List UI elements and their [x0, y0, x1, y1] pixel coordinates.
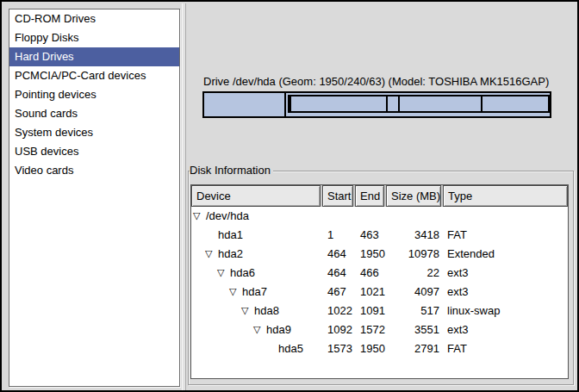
tree-indent [191, 254, 205, 255]
partition-segment-hda1 [204, 93, 286, 116]
device-cell: ▽ hda9 [191, 320, 322, 339]
start-cell: 467 [322, 283, 355, 302]
sidebar-item-label: Pointing devices [15, 88, 96, 101]
tree-indent [191, 311, 241, 312]
tree-indent [191, 330, 253, 331]
device-name: hda1 [217, 226, 243, 245]
partition-segment-hda7 [291, 96, 387, 111]
tree-indent [191, 349, 265, 350]
end-cell: 1572 [355, 320, 386, 339]
device-name: hda7 [241, 283, 267, 302]
sidebar-item-label: Hard Drives [15, 50, 74, 63]
type-cell: ext3 [443, 264, 568, 283]
end-cell [355, 207, 386, 226]
table-row-hda7[interactable]: ▽ hda7 467 1021 4097 ext3 [191, 283, 568, 302]
sidebar-item-system-devices[interactable]: System devices [9, 123, 179, 142]
partition-segment-hda2 [288, 95, 550, 113]
expander-icon[interactable]: ▽ [217, 264, 229, 283]
sidebar-item-floppy-disks[interactable]: Floppy Disks [9, 28, 179, 47]
size-cell: 3551 [386, 320, 443, 339]
end-cell: 1091 [355, 302, 386, 320]
start-cell: 464 [322, 245, 355, 264]
sidebar-item-pointing-devices[interactable]: Pointing devices [9, 85, 179, 104]
size-cell: 10978 [386, 245, 443, 264]
pane-divider[interactable] [182, 3, 186, 392]
device-cell: ▽ hda2 [191, 245, 322, 264]
table-row-hda9[interactable]: ▽ hda9 1092 1572 3551 ext3 [191, 320, 568, 339]
size-cell: 3418 [386, 226, 443, 245]
device-name: /dev/hda [205, 207, 249, 226]
device-cell: ▽ hda7 [191, 283, 322, 302]
type-cell: FAT [443, 226, 568, 245]
disk-information-label: Disk Information [190, 164, 273, 177]
device-category-list[interactable]: CD-ROM Drives Floppy Disks Hard Drives P… [9, 9, 180, 387]
size-cell: 4097 [386, 283, 443, 302]
size-cell [386, 207, 443, 226]
type-cell: Extended [443, 245, 568, 264]
partition-segment-hda5 [482, 96, 548, 111]
size-cell: 2791 [386, 339, 443, 358]
column-header-end[interactable]: End [355, 185, 384, 207]
drive-description-label: Drive /dev/hda (Geom: 1950/240/63) (Mode… [203, 75, 549, 88]
sidebar-item-label: Floppy Disks [15, 31, 78, 44]
sidebar-item-video-cards[interactable]: Video cards [9, 161, 179, 180]
sidebar-item-usb-devices[interactable]: USB devices [9, 142, 179, 161]
sidebar-item-hard-drives[interactable]: Hard Drives [9, 47, 179, 66]
column-header-device[interactable]: Device [191, 185, 321, 207]
table-row-hda8[interactable]: ▽ hda8 1022 1091 517 linux-swap [191, 302, 568, 320]
table-row-hda5[interactable]: hda5 1573 1950 2791 FAT [191, 339, 568, 358]
partition-segment-hda8 [388, 96, 400, 111]
tree-indent [191, 292, 229, 293]
table-body: ▽ /dev/hda hda1 1 463 3418 FAT ▽ hda2 46… [191, 207, 568, 358]
sidebar-item-label: USB devices [15, 145, 78, 158]
expander-icon[interactable]: ▽ [193, 207, 205, 226]
size-cell: 517 [386, 302, 443, 320]
end-cell: 463 [355, 226, 386, 245]
sidebar-item-label: Sound cards [15, 107, 78, 120]
sidebar-item-label: Video cards [15, 164, 73, 177]
sidebar-item-cd-rom-drives[interactable]: CD-ROM Drives [9, 9, 179, 28]
extended-partition-area [286, 93, 550, 116]
end-cell: 1021 [355, 283, 386, 302]
start-cell: 1 [322, 226, 355, 245]
expander-icon[interactable]: ▽ [241, 302, 253, 320]
start-cell: 1022 [322, 302, 355, 320]
start-cell: 1573 [322, 339, 355, 358]
table-row-hda1[interactable]: hda1 1 463 3418 FAT [191, 226, 568, 245]
start-cell: 464 [322, 264, 355, 283]
expander-icon[interactable]: ▽ [253, 320, 265, 339]
start-cell: 1092 [322, 320, 355, 339]
column-header-size[interactable]: Size (MB) [386, 185, 441, 207]
type-cell: linux-swap [443, 302, 568, 320]
table-row-hda6[interactable]: ▽ hda6 464 466 22 ext3 [191, 264, 568, 283]
device-cell: ▽ hda6 [191, 264, 322, 283]
type-cell [443, 207, 568, 226]
sidebar-item-sound-cards[interactable]: Sound cards [9, 104, 179, 123]
device-name: hda2 [217, 245, 243, 264]
column-header-start[interactable]: Start [322, 185, 353, 207]
table-row--dev-hda[interactable]: ▽ /dev/hda [191, 207, 568, 226]
disk-information-table: Device Start End Size (MB) Type ▽ /dev/h… [190, 184, 569, 379]
type-cell: FAT [443, 339, 568, 358]
sidebar-item-pcmcia-pc-card-devices[interactable]: PCMCIA/PC-Card devices [9, 66, 179, 85]
device-name: hda9 [265, 320, 291, 339]
start-cell [322, 207, 355, 226]
table-header-row: Device Start End Size (MB) Type [191, 185, 568, 207]
device-cell: hda1 [191, 226, 322, 245]
device-cell: ▽ /dev/hda [191, 207, 322, 226]
expander-icon[interactable]: ▽ [229, 283, 241, 302]
partition-segment-hda9 [400, 96, 483, 111]
sidebar-item-label: CD-ROM Drives [15, 12, 96, 25]
device-cell: ▽ hda8 [191, 302, 322, 320]
column-header-type[interactable]: Type [443, 185, 568, 207]
device-name: hda8 [253, 302, 279, 320]
expander-icon[interactable]: ▽ [205, 245, 217, 264]
end-cell: 1950 [355, 339, 386, 358]
device-name: hda5 [277, 339, 303, 358]
partition-bar [202, 91, 551, 118]
type-cell: ext3 [443, 283, 568, 302]
table-row-hda2[interactable]: ▽ hda2 464 1950 10978 Extended [191, 245, 568, 264]
sidebar-item-label: PCMCIA/PC-Card devices [15, 69, 146, 82]
sidebar-item-label: System devices [15, 126, 93, 139]
device-name: hda6 [229, 264, 255, 283]
